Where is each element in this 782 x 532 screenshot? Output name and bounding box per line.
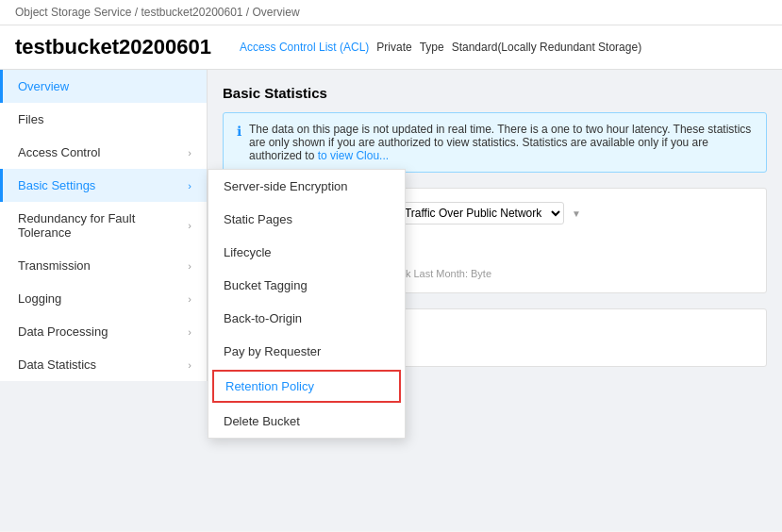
header-meta: Access Control List (ACL) Private Type S… xyxy=(240,41,641,54)
sidebar-item-overview[interactable]: Overview xyxy=(0,70,207,103)
sidebar-item-redundancy[interactable]: Redundancy for Fault Tolerance › xyxy=(0,202,207,249)
sidebar-item-label: Data Processing xyxy=(18,324,108,339)
sidebar-item-data-processing[interactable]: Data Processing › xyxy=(0,315,207,348)
info-banner-text: The data on this page is not updated in … xyxy=(249,123,753,162)
sidebar-item-files[interactable]: Files xyxy=(0,103,207,136)
submenu-item-back-to-origin[interactable]: Back-to-Origin xyxy=(208,302,405,335)
sidebar-item-basic-settings[interactable]: Basic Settings › xyxy=(0,169,207,202)
sidebar-wrapper: Overview Files Access Control › Basic Se… xyxy=(0,70,208,531)
submenu-item-server-side-encryption[interactable]: Server-side Encryption xyxy=(208,170,405,203)
basic-settings-submenu: Server-side Encryption Static Pages Life… xyxy=(208,169,406,439)
breadcrumb-item-2[interactable]: testbucket20200601 xyxy=(141,6,242,19)
sidebar: Overview Files Access Control › Basic Se… xyxy=(0,70,208,381)
chevron-right-icon: › xyxy=(188,147,191,158)
sidebar-item-label: Overview xyxy=(18,79,69,93)
sidebar-item-label: Access Control xyxy=(18,145,100,159)
page-header: testbucket20200601 Access Control List (… xyxy=(0,25,782,70)
bucket-title: testbucket20200601 xyxy=(15,35,211,59)
sidebar-item-access-control[interactable]: Access Control › xyxy=(0,136,207,169)
sidebar-item-label: Transmission xyxy=(18,258,91,273)
chevron-right-icon: › xyxy=(188,180,191,191)
type-label: Type xyxy=(420,41,444,54)
submenu-item-delete-bucket[interactable]: Delete Bucket xyxy=(208,405,405,438)
submenu-item-lifecycle[interactable]: Lifecycle xyxy=(208,236,405,269)
breadcrumb-item-3[interactable]: Overview xyxy=(253,6,300,19)
sidebar-item-label: Redundancy for Fault Tolerance xyxy=(18,211,188,240)
sidebar-item-label: Files xyxy=(18,112,43,126)
sidebar-item-label: Basic Settings xyxy=(18,178,95,192)
sidebar-item-label: Logging xyxy=(18,291,61,306)
view-cloud-link[interactable]: to view Clou... xyxy=(318,149,389,162)
type-value: Standard(Locally Redundant Storage) xyxy=(452,41,641,54)
chevron-right-icon: › xyxy=(188,293,191,305)
submenu-item-bucket-tagging[interactable]: Bucket Tagging xyxy=(208,269,405,302)
submenu-item-retention-policy[interactable]: Retention Policy xyxy=(212,370,401,403)
info-banner: ℹ The data on this page is not updated i… xyxy=(223,112,767,173)
section-title: Basic Statistics xyxy=(223,85,767,101)
info-icon: ℹ xyxy=(237,124,241,162)
sidebar-item-transmission[interactable]: Transmission › xyxy=(0,249,207,282)
chevron-right-icon: › xyxy=(188,359,191,371)
chevron-right-icon: › xyxy=(188,260,191,272)
dropdown-icon: ▼ xyxy=(572,208,581,219)
chevron-right-icon: › xyxy=(188,220,191,231)
sidebar-item-logging[interactable]: Logging › xyxy=(0,282,207,315)
submenu-item-pay-by-requester[interactable]: Pay by Requester xyxy=(208,335,405,368)
chevron-right-icon: › xyxy=(188,326,191,338)
acl-link[interactable]: Access Control List (ACL) xyxy=(240,41,369,54)
sidebar-item-label: Data Statistics xyxy=(18,357,96,372)
acl-value: Private xyxy=(376,41,411,54)
sidebar-item-data-statistics[interactable]: Data Statistics › xyxy=(0,348,207,381)
submenu-item-static-pages[interactable]: Static Pages xyxy=(208,203,405,236)
breadcrumb: Object Storage Service / testbucket20200… xyxy=(0,0,782,25)
breadcrumb-item-1[interactable]: Object Storage Service xyxy=(15,6,131,19)
main-layout: Overview Files Access Control › Basic Se… xyxy=(0,70,782,531)
